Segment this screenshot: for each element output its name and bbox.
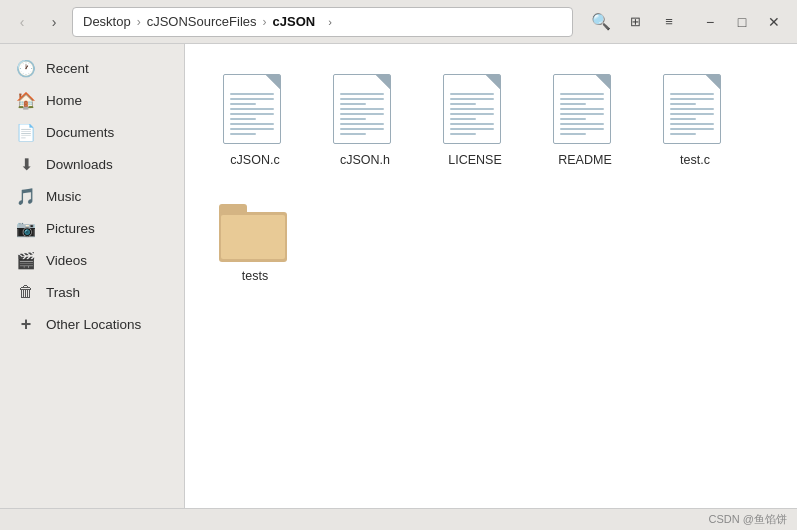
- videos-icon: 🎬: [16, 251, 36, 270]
- music-icon: 🎵: [16, 187, 36, 206]
- file-item-cjson-h[interactable]: cJSON.h: [315, 64, 415, 178]
- breadcrumb-sep-1: ›: [137, 15, 141, 29]
- watermark-text: CSDN @鱼馅饼: [709, 512, 787, 527]
- recent-icon: 🕐: [16, 59, 36, 78]
- statusbar: CSDN @鱼馅饼: [0, 508, 797, 530]
- breadcrumb-sep-2: ›: [263, 15, 267, 29]
- trash-icon: 🗑: [16, 283, 36, 301]
- sidebar-label-videos: Videos: [46, 253, 87, 268]
- sidebar-item-documents[interactable]: 📄 Documents: [4, 117, 180, 148]
- search-button[interactable]: 🔍: [585, 7, 617, 37]
- file-icon-license: [443, 74, 507, 146]
- view-list-button[interactable]: ≡: [653, 7, 685, 37]
- file-name-cjson-c: cJSON.c: [230, 152, 279, 168]
- file-area: cJSON.c: [185, 44, 797, 508]
- file-item-cjson-c[interactable]: cJSON.c: [205, 64, 305, 178]
- sidebar-label-home: Home: [46, 93, 82, 108]
- breadcrumb: Desktop › cJSONSourceFiles › cJSON ›: [72, 7, 573, 37]
- file-icon-tests: [219, 198, 291, 262]
- file-icon-test-c: [663, 74, 727, 146]
- main-area: 🕐 Recent 🏠 Home 📄 Documents ⬇ Downloads …: [0, 44, 797, 508]
- home-icon: 🏠: [16, 91, 36, 110]
- file-item-tests[interactable]: tests: [205, 188, 305, 294]
- sidebar-label-recent: Recent: [46, 61, 89, 76]
- breadcrumb-next-icon[interactable]: ›: [321, 13, 339, 31]
- titlebar: ‹ › Desktop › cJSONSourceFiles › cJSON ›…: [0, 0, 797, 44]
- file-name-license: LICENSE: [448, 152, 502, 168]
- sidebar-item-recent[interactable]: 🕐 Recent: [4, 53, 180, 84]
- file-icon-readme: [553, 74, 617, 146]
- maximize-button[interactable]: □: [727, 8, 757, 36]
- search-icon: 🔍: [591, 12, 611, 31]
- sidebar-label-music: Music: [46, 189, 81, 204]
- documents-icon: 📄: [16, 123, 36, 142]
- other-locations-icon: +: [16, 314, 36, 335]
- sidebar-item-pictures[interactable]: 📷 Pictures: [4, 213, 180, 244]
- sidebar-item-trash[interactable]: 🗑 Trash: [4, 277, 180, 307]
- downloads-icon: ⬇: [16, 155, 36, 174]
- view-grid-icon: ⊞: [630, 14, 641, 29]
- window-controls: − □ ✕: [695, 8, 789, 36]
- sidebar-label-downloads: Downloads: [46, 157, 113, 172]
- sidebar: 🕐 Recent 🏠 Home 📄 Documents ⬇ Downloads …: [0, 44, 185, 508]
- sidebar-item-home[interactable]: 🏠 Home: [4, 85, 180, 116]
- back-button[interactable]: ‹: [8, 8, 36, 36]
- file-item-license[interactable]: LICENSE: [425, 64, 525, 178]
- file-name-test-c: test.c: [680, 152, 710, 168]
- forward-button[interactable]: ›: [40, 8, 68, 36]
- sidebar-item-music[interactable]: 🎵 Music: [4, 181, 180, 212]
- file-icon-cjson-c: [223, 74, 287, 146]
- close-button[interactable]: ✕: [759, 8, 789, 36]
- toolbar-right: 🔍 ⊞ ≡: [585, 7, 685, 37]
- view-grid-button[interactable]: ⊞: [619, 7, 651, 37]
- breadcrumb-desktop[interactable]: Desktop: [79, 12, 135, 31]
- sidebar-label-trash: Trash: [46, 285, 80, 300]
- sidebar-item-downloads[interactable]: ⬇ Downloads: [4, 149, 180, 180]
- file-item-test-c[interactable]: test.c: [645, 64, 745, 178]
- sidebar-label-documents: Documents: [46, 125, 114, 140]
- sidebar-label-pictures: Pictures: [46, 221, 95, 236]
- breadcrumb-cjson[interactable]: cJSON: [269, 12, 320, 31]
- view-list-icon: ≡: [665, 14, 673, 29]
- sidebar-item-videos[interactable]: 🎬 Videos: [4, 245, 180, 276]
- file-name-cjson-h: cJSON.h: [340, 152, 390, 168]
- file-name-tests: tests: [242, 268, 268, 284]
- file-name-readme: README: [558, 152, 611, 168]
- file-icon-cjson-h: [333, 74, 397, 146]
- file-item-readme[interactable]: README: [535, 64, 635, 178]
- minimize-button[interactable]: −: [695, 8, 725, 36]
- sidebar-label-other-locations: Other Locations: [46, 317, 141, 332]
- sidebar-item-other-locations[interactable]: + Other Locations: [4, 308, 180, 341]
- breadcrumb-cjsonsourcefiles[interactable]: cJSONSourceFiles: [143, 12, 261, 31]
- pictures-icon: 📷: [16, 219, 36, 238]
